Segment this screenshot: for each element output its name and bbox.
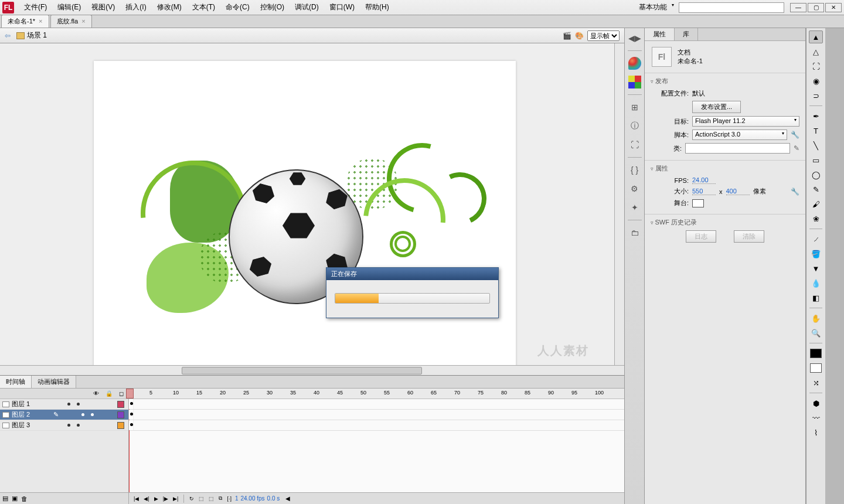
bone-tool[interactable]: ⟋ — [809, 233, 823, 246]
edit-symbols-icon[interactable]: 🎨 — [575, 32, 584, 40]
canvas-area[interactable]: 人人素材 ⌛ 正在保存 — [0, 43, 624, 375]
swf-section-title[interactable]: SWF 历史记录 — [651, 218, 799, 227]
back-icon[interactable]: ⇦ — [5, 32, 11, 40]
loop-button[interactable]: ↻ — [188, 496, 195, 502]
stroke-color[interactable] — [809, 347, 823, 360]
lock-column-icon[interactable]: 🔒 — [106, 390, 113, 397]
collapse-icon[interactable]: ◀▶ — [628, 32, 641, 45]
vertical-scrollbar[interactable] — [614, 43, 624, 365]
oval-tool[interactable]: ◯ — [809, 168, 823, 181]
current-frame[interactable]: 1 — [235, 495, 239, 502]
target-select[interactable]: Flash Player 11.2 — [692, 116, 799, 127]
text-tool[interactable]: T — [809, 124, 823, 137]
pencil-tool[interactable]: ✎ — [809, 183, 823, 196]
align-panel-icon[interactable]: ⊞ — [628, 101, 641, 114]
menu-insert[interactable]: 插入(I) — [120, 1, 151, 14]
motion-presets-icon[interactable]: ✦ — [628, 201, 641, 214]
stage[interactable] — [94, 61, 516, 375]
view-scale-select[interactable]: 显示帧 — [587, 30, 620, 41]
close-icon[interactable]: × — [81, 18, 85, 25]
components-panel-icon[interactable]: ⚙ — [628, 182, 641, 195]
menu-debug[interactable]: 调试(D) — [290, 1, 324, 14]
onion-skin-button[interactable]: ⬚ — [198, 496, 205, 502]
zoom-tool[interactable]: 🔍 — [809, 326, 823, 339]
pen-tool[interactable]: ✒ — [809, 110, 823, 122]
snap-option[interactable]: ⬢ — [809, 397, 823, 410]
new-folder-button[interactable]: ▣ — [12, 495, 18, 502]
tab-motion-editor[interactable]: 动画编辑器 — [32, 376, 76, 388]
height-input[interactable] — [726, 188, 750, 195]
scroll-left-icon[interactable]: ◀ — [285, 495, 290, 502]
modify-markers-button[interactable]: [·] — [226, 496, 233, 502]
doc-tab-2[interactable]: 底纹.fla× — [50, 15, 92, 28]
frame-row[interactable] — [129, 399, 624, 410]
selection-tool[interactable]: ▲ — [809, 30, 823, 43]
close-button[interactable]: ✕ — [825, 3, 842, 12]
close-icon[interactable]: × — [39, 18, 42, 25]
goto-last-button[interactable]: ▶| — [172, 496, 179, 502]
eraser-tool[interactable]: ◧ — [809, 291, 823, 304]
3d-rotation-tool[interactable]: ◉ — [809, 74, 823, 87]
transform-panel-icon[interactable]: ⛶ — [628, 138, 641, 151]
straighten-option[interactable]: ⌇ — [809, 426, 823, 439]
visibility-column-icon[interactable]: 👁 — [93, 390, 99, 397]
info-panel-icon[interactable]: ⓘ — [628, 120, 641, 132]
menu-commands[interactable]: 命令(C) — [220, 1, 255, 14]
layer-row[interactable]: 图层 3 — [0, 420, 128, 431]
menu-modify[interactable]: 修改(M) — [152, 1, 187, 14]
menu-file[interactable]: 文件(F) — [19, 1, 52, 14]
edit-multi-button[interactable]: ⧉ — [217, 495, 223, 502]
goto-first-button[interactable]: |◀ — [132, 496, 140, 502]
layer-row[interactable]: 图层 1 — [0, 399, 128, 410]
subselection-tool[interactable]: △ — [809, 45, 823, 58]
onion-outline-button[interactable]: ⬚ — [207, 496, 215, 502]
delete-layer-button[interactable]: 🗑 — [21, 495, 28, 502]
props-section-title[interactable]: 属性 — [651, 164, 799, 173]
tab-library[interactable]: 库 — [675, 28, 698, 40]
workspace-selector[interactable]: 基本功能 — [634, 1, 675, 13]
play-button[interactable]: ▶ — [153, 496, 159, 502]
stage-color-swatch[interactable] — [692, 199, 704, 207]
menu-help[interactable]: 帮助(H) — [360, 1, 394, 14]
frames-panel[interactable]: 1 5 10 15 20 25 30 35 40 45 50 55 60 65 — [129, 389, 624, 504]
free-transform-tool[interactable]: ⛶ — [809, 60, 823, 73]
step-back-button[interactable]: ◀| — [142, 496, 150, 502]
line-tool[interactable]: ╲ — [809, 139, 823, 152]
rectangle-tool[interactable]: ▭ — [809, 154, 823, 166]
code-snippets-icon[interactable]: { } — [628, 164, 641, 176]
edit-scene-icon[interactable]: 🎬 — [563, 32, 571, 40]
fps-input[interactable] — [692, 176, 716, 184]
class-input[interactable] — [685, 143, 790, 154]
new-layer-button[interactable]: ▤ — [2, 495, 8, 502]
publish-settings-button[interactable]: 发布设置... — [692, 101, 741, 113]
layer-color-swatch[interactable] — [117, 422, 124, 429]
outline-column-icon[interactable]: ◻ — [119, 390, 124, 397]
wrench-icon[interactable]: 🔧 — [791, 131, 799, 139]
hand-tool[interactable]: ✋ — [809, 312, 823, 325]
layer-row[interactable]: 图层 2 ✎ — [0, 410, 128, 420]
layer-color-swatch[interactable] — [117, 401, 124, 408]
minimize-button[interactable]: — — [790, 3, 806, 12]
swatches-panel-icon[interactable] — [628, 76, 641, 88]
maximize-button[interactable]: ▢ — [808, 3, 824, 12]
tab-properties[interactable]: 属性 — [645, 28, 675, 40]
paint-bucket-tool[interactable]: 🪣 — [809, 247, 823, 260]
project-panel-icon[interactable]: 🗀 — [628, 226, 641, 239]
color-panel-icon[interactable] — [628, 57, 641, 70]
step-fwd-button[interactable]: |▶ — [162, 496, 169, 502]
publish-section-title[interactable]: 发布 — [651, 77, 799, 86]
lasso-tool[interactable]: ⊃ — [809, 89, 823, 102]
edit-class-icon[interactable]: ✎ — [794, 144, 799, 152]
search-input[interactable] — [679, 2, 784, 13]
width-input[interactable] — [692, 188, 716, 195]
frame-row[interactable] — [129, 410, 624, 420]
ink-bottle-tool[interactable]: ▼ — [809, 262, 823, 275]
doc-tab-1[interactable]: 未命名-1*× — [1, 15, 49, 28]
frame-row[interactable] — [129, 420, 624, 431]
scroll-thumb[interactable] — [182, 367, 422, 374]
deco-tool[interactable]: ❀ — [809, 212, 823, 225]
script-select[interactable]: ActionScript 3.0 — [692, 130, 787, 140]
fps-display[interactable]: 24.00 fps — [240, 495, 264, 502]
frame-ruler[interactable]: 1 5 10 15 20 25 30 35 40 45 50 55 60 65 — [129, 389, 624, 399]
smooth-option[interactable]: 〰 — [809, 411, 823, 424]
